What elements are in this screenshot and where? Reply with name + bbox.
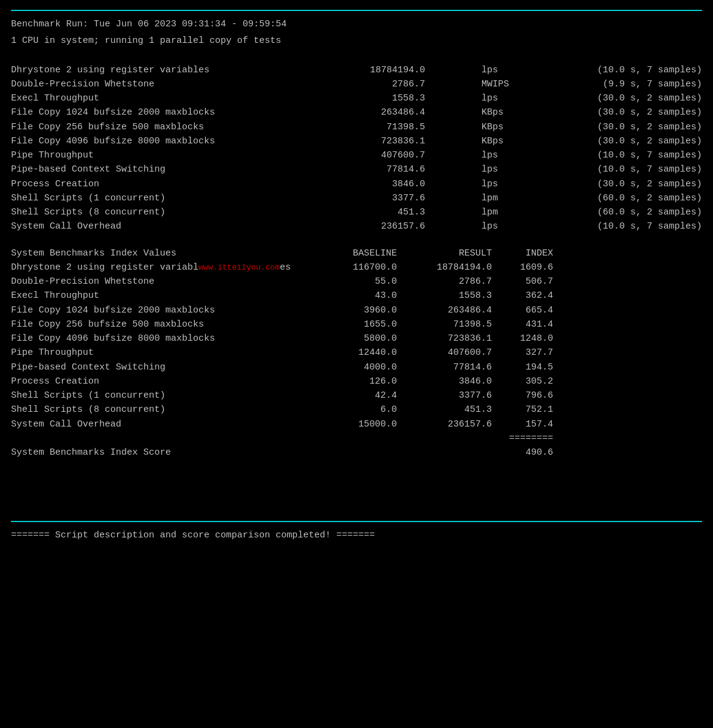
benchmark-row: File Copy 256 bufsize 500 maxblocks71398… — [11, 120, 702, 134]
index-row-result: 451.3 — [397, 403, 492, 417]
benchmark-value: 451.3 — [358, 205, 425, 219]
benchmark-samples: (10.0 s, 7 samples) — [579, 148, 702, 162]
benchmark-row: File Copy 1024 bufsize 2000 maxblocks263… — [11, 105, 702, 119]
benchmark-value: 18784194.0 — [358, 63, 425, 77]
index-row-result: 71398.5 — [397, 317, 492, 332]
benchmark-unit: KBps — [478, 120, 527, 134]
index-data-row: Shell Scripts (8 concurrent)6.0451.3752.… — [11, 403, 702, 417]
benchmark-row: File Copy 4096 bufsize 8000 maxblocks723… — [11, 134, 702, 148]
header-line2: 1 CPU in system; running 1 parallel copy… — [11, 34, 702, 48]
benchmark-label: File Copy 4096 bufsize 8000 maxblocks — [11, 134, 305, 148]
benchmark-unit: lpm — [478, 191, 527, 205]
benchmark-value: 77814.6 — [358, 162, 425, 176]
equals-spacer — [11, 431, 323, 446]
benchmark-label: File Copy 256 bufsize 500 maxblocks — [11, 120, 305, 134]
index-row-index: 327.7 — [492, 346, 553, 360]
benchmark-row: Pipe-based Context Switching77814.6lps(1… — [11, 162, 702, 176]
index-data-row: Shell Scripts (1 concurrent)42.43377.679… — [11, 389, 702, 403]
benchmark-label: Pipe-based Context Switching — [11, 162, 305, 176]
index-row-result: 3377.6 — [397, 389, 492, 403]
index-row-result: 3846.0 — [397, 374, 492, 389]
index-row-index: 194.5 — [492, 360, 553, 374]
benchmark-row: Process Creation3846.0lps(30.0 s, 2 samp… — [11, 177, 702, 191]
index-data-row: File Copy 1024 bufsize 2000 maxblocks396… — [11, 303, 702, 317]
header-line1: Benchmark Run: Tue Jun 06 2023 09:31:34 … — [11, 17, 702, 31]
index-data-row: Pipe-based Context Switching4000.077814.… — [11, 360, 702, 374]
index-row-label: File Copy 256 bufsize 500 maxblocks — [11, 317, 323, 332]
index-row-label: System Call Overhead — [11, 417, 323, 431]
index-row-index: 431.4 — [492, 317, 553, 332]
benchmark-row: System Call Overhead236157.6lps(10.0 s, … — [11, 219, 702, 233]
index-row-label: Shell Scripts (1 concurrent) — [11, 389, 323, 403]
index-row-label: File Copy 4096 bufsize 8000 maxblocks — [11, 332, 323, 346]
index-row-baseline: 3960.0 — [323, 303, 397, 317]
index-row-index: 796.6 — [492, 389, 553, 403]
benchmark-label: Shell Scripts (8 concurrent) — [11, 205, 305, 219]
index-row-index: 506.7 — [492, 275, 553, 289]
index-data-row: Double-Precision Whetstone55.02786.7506.… — [11, 275, 702, 289]
benchmark-row: Pipe Throughput407600.7lps(10.0 s, 7 sam… — [11, 148, 702, 162]
benchmark-unit: lps — [478, 177, 527, 191]
index-row-index: 362.4 — [492, 289, 553, 303]
col-index-header: INDEX — [492, 246, 553, 260]
benchmark-value: 3377.6 — [358, 191, 425, 205]
benchmark-unit: KBps — [478, 134, 527, 148]
benchmark-value: 723836.1 — [358, 134, 425, 148]
benchmark-value: 236157.6 — [358, 219, 425, 233]
index-row-label: Double-Precision Whetstone — [11, 275, 323, 289]
index-row-index: 305.2 — [492, 374, 553, 389]
benchmark-value: 71398.5 — [358, 120, 425, 134]
index-data-row: Process Creation126.03846.0305.2 — [11, 374, 702, 389]
benchmark-samples: (9.9 s, 7 samples) — [579, 77, 702, 91]
watermark-text: www.itteilyou.com — [198, 263, 280, 272]
index-row-result: 18784194.0 — [397, 260, 492, 275]
benchmark-unit: lps — [478, 219, 527, 233]
benchmark-samples: (30.0 s, 2 samples) — [579, 177, 702, 191]
index-row-index: 752.1 — [492, 403, 553, 417]
benchmark-value: 2786.7 — [358, 77, 425, 91]
benchmark-value: 263486.4 — [358, 105, 425, 119]
score-label: System Benchmarks Index Score — [11, 446, 323, 460]
index-row-baseline: 5800.0 — [323, 332, 397, 346]
footer-line: ======= Script description and score com… — [11, 528, 702, 542]
equals-baseline-spacer — [323, 431, 397, 446]
benchmark-row: Dhrystone 2 using register variables1878… — [11, 63, 702, 77]
score-baseline-spacer — [323, 446, 397, 460]
index-data-row: Pipe Throughput12440.0407600.7327.7 — [11, 346, 702, 360]
benchmark-unit: lps — [478, 148, 527, 162]
index-section-title: System Benchmarks Index Values — [11, 246, 323, 260]
index-section-header-row: System Benchmarks Index ValuesBASELINERE… — [11, 246, 702, 260]
index-row-result: 723836.1 — [397, 332, 492, 346]
index-data-row: Execl Throughput43.01558.3362.4 — [11, 289, 702, 303]
benchmark-samples: (10.0 s, 7 samples) — [579, 219, 702, 233]
benchmarks-container: Dhrystone 2 using register variables1878… — [11, 63, 702, 234]
benchmark-samples: (30.0 s, 2 samples) — [579, 105, 702, 119]
score-row: System Benchmarks Index Score490.6 — [11, 446, 702, 460]
benchmark-value: 1558.3 — [358, 91, 425, 105]
benchmark-label: Execl Throughput — [11, 91, 305, 105]
benchmark-label: Double-Precision Whetstone — [11, 77, 305, 91]
col-baseline-header: BASELINE — [323, 246, 397, 260]
index-row-label: File Copy 1024 bufsize 2000 maxblocks — [11, 303, 323, 317]
index-row-baseline: 6.0 — [323, 403, 397, 417]
benchmark-samples: (60.0 s, 2 samples) — [579, 205, 702, 219]
benchmark-samples: (10.0 s, 7 samples) — [579, 162, 702, 176]
benchmark-row: Double-Precision Whetstone2786.7MWIPS(9.… — [11, 77, 702, 91]
index-row-baseline: 42.4 — [323, 389, 397, 403]
index-row-baseline: 1655.0 — [323, 317, 397, 332]
benchmark-unit: lps — [478, 63, 527, 77]
index-row-index: 1248.0 — [492, 332, 553, 346]
benchmark-samples: (30.0 s, 2 samples) — [579, 91, 702, 105]
equals-line: ======== — [492, 431, 553, 446]
benchmark-row: Shell Scripts (1 concurrent)3377.6lpm(60… — [11, 191, 702, 205]
index-row-label: Pipe Throughput — [11, 346, 323, 360]
index-data-row: File Copy 4096 bufsize 8000 maxblocks580… — [11, 332, 702, 346]
index-data-row: Dhrystone 2 using register variablwww.it… — [11, 260, 702, 275]
benchmark-unit: lpm — [478, 205, 527, 219]
index-row-baseline: 116700.0 — [323, 260, 397, 275]
benchmark-label: System Call Overhead — [11, 219, 305, 233]
index-row-baseline: 126.0 — [323, 374, 397, 389]
index-row-result: 263486.4 — [397, 303, 492, 317]
benchmark-unit: KBps — [478, 105, 527, 119]
index-row-label: Process Creation — [11, 374, 323, 389]
